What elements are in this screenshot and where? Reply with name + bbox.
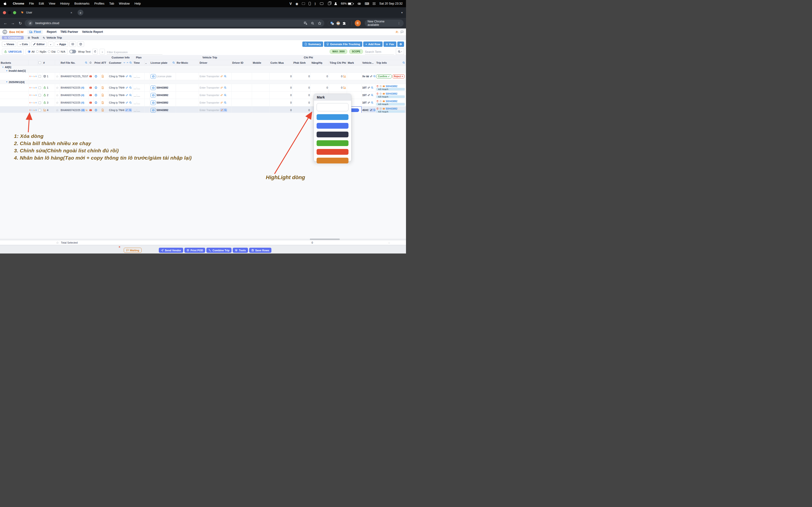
keyboard-icon[interactable]: ⌨ <box>365 2 369 6</box>
battery-indicator[interactable]: 68% <box>341 2 354 5</box>
split-bill-icon[interactable] <box>31 94 33 97</box>
link-icon[interactable] <box>125 94 128 97</box>
chevron-down-icon[interactable]: ▼ <box>6 81 8 83</box>
refresh-button[interactable] <box>92 49 98 55</box>
ref-count-link[interactable]: (4) <box>81 94 84 97</box>
col-trip-info[interactable]: Trip Info <box>375 60 406 65</box>
ref-count-link[interactable]: (4) <box>81 86 84 89</box>
mark-color-swatch[interactable] <box>317 114 349 120</box>
print-icon[interactable] <box>95 75 97 78</box>
link-icon[interactable] <box>125 109 128 112</box>
col-att[interactable]: ATT <box>101 60 108 65</box>
menu-edit[interactable]: Edit <box>36 2 46 5</box>
print-icon[interactable] <box>95 94 97 97</box>
row-checkbox[interactable] <box>39 87 41 89</box>
tab-overflow-chevron-icon[interactable]: ▾ <box>401 11 403 14</box>
menu-history[interactable]: History <box>58 2 72 5</box>
search-icon[interactable] <box>129 86 132 89</box>
link-icon[interactable] <box>125 86 128 89</box>
time-field[interactable]: __:__ <box>133 99 145 106</box>
group-row[interactable]: ▼Invalid date[1] <box>0 69 406 73</box>
duplicate-row-icon[interactable] <box>35 75 37 78</box>
vehicle-type[interactable]: 10T <box>362 86 367 89</box>
windows-icon[interactable] <box>327 2 331 5</box>
transporter-input[interactable]: Enter Transporter <box>200 101 219 104</box>
ref-file-no[interactable]: BIHAN007422/25_TEST <box>61 75 88 78</box>
col-driver-id[interactable]: Driver ID <box>232 60 252 65</box>
mail-icon[interactable] <box>383 85 385 88</box>
radio-dai[interactable]: Dài <box>48 50 56 53</box>
attachment-icon[interactable] <box>101 75 104 78</box>
mail-icon[interactable] <box>89 94 92 97</box>
menu-view[interactable]: View <box>46 2 58 5</box>
search-icon[interactable] <box>371 101 373 104</box>
site-settings-icon[interactable] <box>28 20 33 26</box>
ref-count-link[interactable]: (4) <box>81 101 84 104</box>
delete-row-icon[interactable] <box>29 75 31 78</box>
handoff-icon[interactable] <box>357 2 361 6</box>
cols-button[interactable]: ⌄Cols <box>17 42 30 47</box>
app-avatar[interactable]: PM <box>2 30 7 34</box>
menu-window[interactable]: Window <box>116 2 132 5</box>
row-state-icon[interactable] <box>43 86 46 89</box>
mail-icon[interactable] <box>89 109 92 112</box>
trip-link[interactable]: 50H43892 <box>386 107 397 110</box>
col-license[interactable]: License plate <box>150 60 176 65</box>
filter-dropdown-button[interactable]: ⌄ <box>100 49 105 55</box>
row-state-icon[interactable] <box>43 94 46 97</box>
mark-cell[interactable] <box>347 73 361 80</box>
truck-icon[interactable] <box>151 93 156 98</box>
transporter-input[interactable]: Enter Transporter <box>200 109 219 112</box>
star-icon[interactable]: ☆ <box>56 75 59 78</box>
duplicate-row-icon[interactable] <box>35 87 37 89</box>
col-driver[interactable]: Driver <box>199 60 232 65</box>
link-icon[interactable] <box>367 86 370 89</box>
new-tab-button[interactable]: + <box>78 10 83 15</box>
group-row[interactable]: ▼2025/09/12[4] <box>0 80 406 84</box>
mail-icon[interactable] <box>383 107 385 110</box>
save-rows-button[interactable]: Save Rows <box>249 248 271 253</box>
col-mobile[interactable]: Mobile <box>252 60 270 65</box>
radio-na[interactable]: N/A <box>57 50 65 53</box>
nav-item-vehicle-report[interactable]: Vehicle Report <box>82 30 103 34</box>
translate-extension-icon[interactable] <box>331 21 334 25</box>
link-icon[interactable] <box>370 109 373 112</box>
ref-file-no[interactable]: BIHAN007422/25 <box>61 109 81 112</box>
truck-icon[interactable] <box>151 101 156 105</box>
delete-row-icon[interactable] <box>29 101 31 104</box>
control-center-icon[interactable] <box>373 2 375 5</box>
trip-link[interactable]: 50H43892 <box>386 92 397 95</box>
ref-file-no[interactable]: BIHAN007422/25 <box>61 86 81 89</box>
scope-badge[interactable]: SCOPE <box>349 49 363 54</box>
forward-icon[interactable]: → <box>10 21 16 25</box>
omnibox[interactable]: beelogistics.cloud <box>24 19 324 27</box>
search-icon[interactable] <box>224 109 227 112</box>
aggs-button[interactable]: ⌄Aggs <box>55 42 68 47</box>
waiting-close-icon[interactable]: × <box>119 245 120 249</box>
print-icon[interactable] <box>95 86 97 89</box>
delete-row-icon[interactable] <box>29 109 31 112</box>
add-row-button[interactable]: +Add Row <box>363 42 383 47</box>
row-state-icon[interactable] <box>43 109 46 112</box>
search-icon[interactable] <box>129 75 132 78</box>
phone-mirroring-icon[interactable] <box>309 2 311 5</box>
edit-row-icon[interactable] <box>33 94 35 97</box>
link-icon[interactable] <box>367 94 370 97</box>
search-icon[interactable] <box>224 94 227 97</box>
settings-button[interactable]: ⚙ <box>397 42 404 47</box>
license-plate-input[interactable]: License plate <box>157 75 171 78</box>
row-checkbox[interactable] <box>39 94 41 97</box>
split-bill-icon[interactable] <box>31 75 33 78</box>
row-checkbox[interactable] <box>39 101 41 104</box>
link-icon[interactable] <box>220 101 223 104</box>
row-state-icon[interactable] <box>43 101 46 104</box>
time-field[interactable]: __:__ <box>133 84 145 91</box>
row-state-icon[interactable] <box>43 75 46 78</box>
confirm-button[interactable]: Confirm ✓ <box>376 74 392 78</box>
mark-color-swatch[interactable] <box>317 131 349 137</box>
mark-color-swatch[interactable] <box>317 158 349 163</box>
trash-icon[interactable] <box>376 85 379 88</box>
v-logo-icon[interactable]: V <box>290 2 292 6</box>
editor-dropdown-button[interactable]: ⌄ <box>48 42 54 47</box>
search-icon[interactable] <box>85 61 88 64</box>
